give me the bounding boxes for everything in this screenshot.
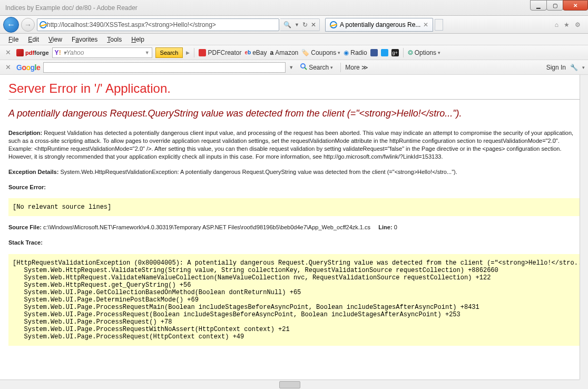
google-search-button[interactable]: Search ▾ <box>297 63 336 72</box>
description-block: Description: Request Validation has dete… <box>8 129 580 160</box>
menu-file[interactable]: File <box>4 35 23 44</box>
menu-favorites[interactable]: Favorites <box>67 35 102 44</box>
error-subheading: A potentially dangerous Request.QueryStr… <box>8 107 580 120</box>
facebook-icon[interactable] <box>370 49 378 56</box>
scrollbar-thumb[interactable] <box>279 381 300 388</box>
horizontal-scrollbar[interactable] <box>0 380 580 389</box>
source-file-label: Source File: <box>8 224 42 230</box>
source-error-label-block: Source Error: <box>8 183 580 191</box>
yahoo-placeholder: Yahoo <box>66 49 84 56</box>
ebay-button[interactable]: eb eBay <box>244 49 267 56</box>
divider <box>8 99 580 100</box>
minimize-button[interactable]: ▁ <box>530 0 547 11</box>
pdfforge-logo[interactable]: pdfforge <box>16 49 49 56</box>
separator <box>194 48 194 57</box>
exception-text: System.Web.HttpRequestValidationExceptio… <box>60 169 457 175</box>
forward-button[interactable]: → <box>21 18 35 32</box>
coupons-button[interactable]: 🏷️ Coupons ▾ <box>301 49 340 56</box>
vertical-scrollbar[interactable] <box>580 75 588 380</box>
google-more-label: More <box>345 64 359 71</box>
menu-help[interactable]: Help <box>127 35 149 44</box>
stack-trace-code: [HttpRequestValidationException (0x80004… <box>8 254 580 346</box>
pdfcreator-button[interactable]: PDFCreator <box>199 49 241 56</box>
ebay-label: eBay <box>252 49 267 56</box>
browser-tab[interactable]: A potentially dangerous Re... ✕ <box>325 18 433 32</box>
search-icon[interactable]: 🔍 <box>283 21 291 28</box>
source-error-label: Source Error: <box>8 184 46 190</box>
google-input-dropdown-icon[interactable]: ▼ <box>289 65 293 70</box>
tab-favicon-icon <box>330 21 337 28</box>
address-tools: 🔍 ▼ ↻ ✕ <box>280 18 320 31</box>
stack-trace-label: Stack Trace: <box>8 239 43 246</box>
more-icon: ≫ <box>361 64 368 71</box>
pdfforge-icon <box>16 49 24 56</box>
svg-point-0 <box>301 64 305 68</box>
window-title: Indices by Example doc/ de/80 - Adobe Re… <box>2 4 586 12</box>
yahoo-search-button[interactable]: Search <box>155 47 183 58</box>
menu-view[interactable]: View <box>44 35 66 44</box>
googleplus-icon[interactable]: g+ <box>391 49 399 56</box>
menu-tools[interactable]: Tools <box>103 35 126 44</box>
options-icon: ❂ <box>408 49 413 56</box>
tab-close-icon[interactable]: ✕ <box>423 21 428 28</box>
menu-edit[interactable]: Edit <box>24 35 43 44</box>
separator <box>403 48 404 57</box>
pdfcreator-icon <box>199 49 206 56</box>
stop-icon[interactable]: ✕ <box>311 21 316 28</box>
google-search-input[interactable] <box>43 62 286 73</box>
browser-navbar: ← → 🔍 ▼ ↻ ✕ A potentially dangerous Re..… <box>0 16 588 34</box>
svg-line-1 <box>305 67 307 70</box>
toolbar-pdfforge: ✕ pdfforge Y! ▾ Yahoo ▼ Search ▶ PDFCrea… <box>0 45 588 60</box>
line-value: 0 <box>394 224 397 230</box>
line-label: Line: <box>378 224 392 230</box>
wrench-icon[interactable]: 🔧 <box>570 64 578 71</box>
settings-icon[interactable]: ⚙ <box>575 21 581 28</box>
coupons-icon: 🏷️ <box>301 49 309 56</box>
signin-button[interactable]: Sign In <box>546 64 566 71</box>
page-content: Server Error in '/' Application. A poten… <box>0 75 588 380</box>
ie-icon <box>40 21 47 28</box>
google-logo[interactable]: Google <box>16 63 40 72</box>
address-bar[interactable] <box>37 18 279 31</box>
favorites-icon[interactable]: ★ <box>564 21 570 28</box>
new-tab-button[interactable] <box>435 19 443 31</box>
options-label: Options <box>415 49 436 56</box>
google-search-label: Search <box>309 64 329 71</box>
twitter-icon[interactable] <box>381 49 388 56</box>
url-input[interactable] <box>47 21 277 28</box>
close-button[interactable]: ✕ <box>563 0 588 11</box>
home-icon[interactable]: ⌂ <box>555 21 558 28</box>
error-heading: Server Error in '/' Application. <box>8 81 580 96</box>
menu-bar: File Edit View Favorites Tools Help <box>0 34 588 45</box>
separator <box>340 63 341 72</box>
navbar-right: ⌂ ★ ⚙ <box>555 21 585 28</box>
radio-button[interactable]: ◉ Radio <box>344 49 367 56</box>
maximize-button[interactable]: ▢ <box>546 0 563 11</box>
yahoo-search-box[interactable]: Y! ▾ Yahoo ▼ <box>52 47 152 58</box>
yahoo-icon: Y! <box>55 49 61 56</box>
exception-block: Exception Details: System.Web.HttpReques… <box>8 168 580 176</box>
search-dropdown-icon[interactable]: ▶ <box>186 50 190 55</box>
toolbar1-close-icon[interactable]: ✕ <box>3 48 13 56</box>
toolbar-google: ✕ Google ▼ Search ▾ More ≫ Sign In 🔧 ▾ <box>0 60 588 75</box>
google-search-icon <box>300 63 307 72</box>
radio-icon: ◉ <box>344 49 349 56</box>
source-error-code: [No relevant source lines] <box>8 198 580 216</box>
dropdown-icon[interactable]: ▼ <box>295 22 299 27</box>
options-button[interactable]: ❂ Options ▾ <box>408 49 440 56</box>
window-controls: ▁ ▢ ✕ <box>531 0 588 11</box>
stack-trace-label-block: Stack Trace: <box>8 239 580 247</box>
source-file-text: c:\Windows\Microsoft.NET\Framework\v4.0.… <box>43 224 370 230</box>
google-more-button[interactable]: More ≫ <box>345 64 368 71</box>
ebay-icon: eb <box>244 50 251 55</box>
description-label: Description: <box>8 130 42 136</box>
wrench-dropdown-icon[interactable]: ▾ <box>582 65 585 70</box>
amazon-icon: a <box>270 49 274 56</box>
radio-label: Radio <box>350 49 367 56</box>
back-button[interactable]: ← <box>3 17 19 33</box>
amazon-button[interactable]: a Amazon <box>270 49 299 56</box>
refresh-icon[interactable]: ↻ <box>302 21 308 28</box>
amazon-label: Amazon <box>275 49 298 56</box>
toolbar2-close-icon[interactable]: ✕ <box>3 63 13 71</box>
description-text: Request Validation has detected a potent… <box>8 130 573 160</box>
